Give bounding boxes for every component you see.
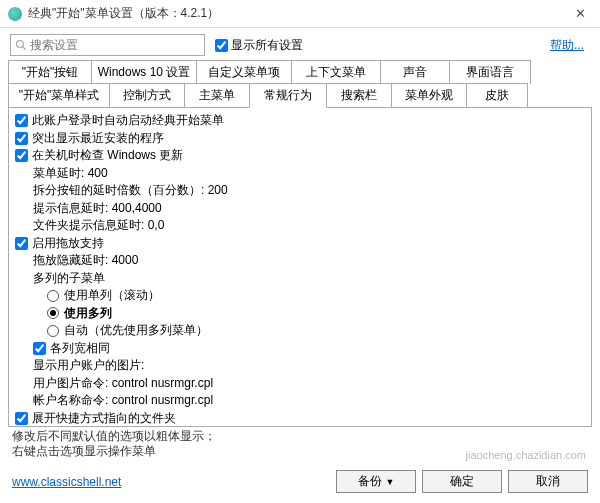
- setting-label: 文件夹提示信息延时: 0,0: [33, 217, 164, 234]
- tab-自定义菜单项[interactable]: 自定义菜单项: [196, 60, 292, 84]
- setting-row[interactable]: 启用拖放支持: [15, 235, 585, 253]
- search-input[interactable]: [30, 38, 200, 52]
- setting-row[interactable]: 菜单延时: 400: [15, 165, 585, 183]
- backup-button[interactable]: 备份▼: [336, 470, 416, 493]
- setting-checkbox[interactable]: [15, 237, 28, 250]
- help-link[interactable]: 帮助...: [550, 37, 584, 54]
- setting-label: 自动（优先使用多列菜单）: [64, 322, 208, 339]
- setting-label: 此账户登录时自动启动经典开始菜单: [32, 112, 224, 129]
- website-link[interactable]: www.classicshell.net: [12, 475, 121, 489]
- tab-Windows 10 设置[interactable]: Windows 10 设置: [91, 60, 197, 84]
- setting-checkbox[interactable]: [15, 412, 28, 425]
- tab-主菜单[interactable]: 主菜单: [184, 83, 250, 108]
- setting-row[interactable]: 拆分按钮的延时倍数（百分数）: 200: [15, 182, 585, 200]
- tab-上下文菜单[interactable]: 上下文菜单: [291, 60, 381, 84]
- setting-row[interactable]: 帐户名称命令: control nusrmgr.cpl: [15, 392, 585, 410]
- window-title: 经典"开始"菜单设置（版本：4.2.1）: [28, 5, 560, 22]
- settings-panel: 此账户登录时自动启动经典开始菜单突出显示最近安装的程序在关机时检查 Window…: [8, 107, 592, 427]
- setting-label: 启用拖放支持: [32, 235, 104, 252]
- svg-point-0: [17, 41, 24, 48]
- tab-常规行为[interactable]: 常规行为: [249, 83, 327, 108]
- setting-checkbox[interactable]: [33, 342, 46, 355]
- setting-row[interactable]: 提示信息延时: 400,4000: [15, 200, 585, 218]
- note-line-1: 修改后不同默认值的选项以粗体显示；: [12, 429, 588, 444]
- setting-label: 展开快捷方式指向的文件夹: [32, 410, 176, 427]
- chevron-down-icon: ▼: [386, 477, 395, 487]
- note-line-2: 右键点击选项显示操作菜单: [12, 444, 588, 459]
- tab-"开始"按钮[interactable]: "开始"按钮: [8, 60, 92, 84]
- setting-checkbox[interactable]: [15, 149, 28, 162]
- tab-菜单外观[interactable]: 菜单外观: [391, 83, 467, 108]
- setting-row[interactable]: 各列宽相同: [15, 340, 585, 358]
- setting-row[interactable]: 使用单列（滚动）: [15, 287, 585, 305]
- setting-row[interactable]: 使用多列: [15, 305, 585, 323]
- setting-row[interactable]: 拖放隐藏延时: 4000: [15, 252, 585, 270]
- tab-皮肤[interactable]: 皮肤: [466, 83, 528, 108]
- setting-label: 帐户名称命令: control nusrmgr.cpl: [33, 392, 213, 409]
- setting-label: 用户图片命令: control nusrmgr.cpl: [33, 375, 213, 392]
- setting-label: 拆分按钮的延时倍数（百分数）: 200: [33, 182, 228, 199]
- setting-label: 各列宽相同: [50, 340, 110, 357]
- setting-label: 显示用户账户的图片:: [33, 357, 144, 374]
- close-button[interactable]: ✕: [560, 0, 600, 28]
- setting-checkbox[interactable]: [15, 114, 28, 127]
- show-all-input[interactable]: [215, 39, 228, 52]
- ok-button[interactable]: 确定: [422, 470, 502, 493]
- cancel-button[interactable]: 取消: [508, 470, 588, 493]
- setting-radio[interactable]: [47, 290, 59, 302]
- setting-label: 在关机时检查 Windows 更新: [32, 147, 183, 164]
- svg-line-1: [23, 47, 26, 50]
- setting-row[interactable]: 在关机时检查 Windows 更新: [15, 147, 585, 165]
- setting-row[interactable]: 用户图片命令: control nusrmgr.cpl: [15, 375, 585, 393]
- tab-控制方式[interactable]: 控制方式: [109, 83, 185, 108]
- setting-radio[interactable]: [47, 325, 59, 337]
- tab-界面语言[interactable]: 界面语言: [449, 60, 531, 84]
- setting-checkbox[interactable]: [15, 132, 28, 145]
- tab-"开始"菜单样式[interactable]: "开始"菜单样式: [8, 83, 110, 108]
- search-icon: [15, 39, 27, 51]
- setting-label: 拖放隐藏延时: 4000: [33, 252, 138, 269]
- setting-label: 多列的子菜单: [33, 270, 105, 287]
- setting-label: 提示信息延时: 400,4000: [33, 200, 162, 217]
- tab-搜索栏[interactable]: 搜索栏: [326, 83, 392, 108]
- setting-label: 使用单列（滚动）: [64, 287, 160, 304]
- search-field[interactable]: [10, 34, 205, 56]
- setting-row[interactable]: 展开快捷方式指向的文件夹: [15, 410, 585, 428]
- setting-row[interactable]: 突出显示最近安装的程序: [15, 130, 585, 148]
- setting-row[interactable]: 文件夹提示信息延时: 0,0: [15, 217, 585, 235]
- setting-label: 菜单延时: 400: [33, 165, 108, 182]
- show-all-label: 显示所有设置: [231, 37, 303, 54]
- setting-label: 使用多列: [64, 305, 112, 322]
- show-all-checkbox[interactable]: 显示所有设置: [215, 37, 303, 54]
- setting-row[interactable]: 多列的子菜单: [15, 270, 585, 288]
- tab-声音[interactable]: 声音: [380, 60, 450, 84]
- setting-row[interactable]: 显示用户账户的图片:: [15, 357, 585, 375]
- setting-radio[interactable]: [47, 307, 59, 319]
- setting-label: 突出显示最近安装的程序: [32, 130, 164, 147]
- setting-row[interactable]: 此账户登录时自动启动经典开始菜单: [15, 112, 585, 130]
- setting-row[interactable]: 自动（优先使用多列菜单）: [15, 322, 585, 340]
- app-icon: [8, 7, 22, 21]
